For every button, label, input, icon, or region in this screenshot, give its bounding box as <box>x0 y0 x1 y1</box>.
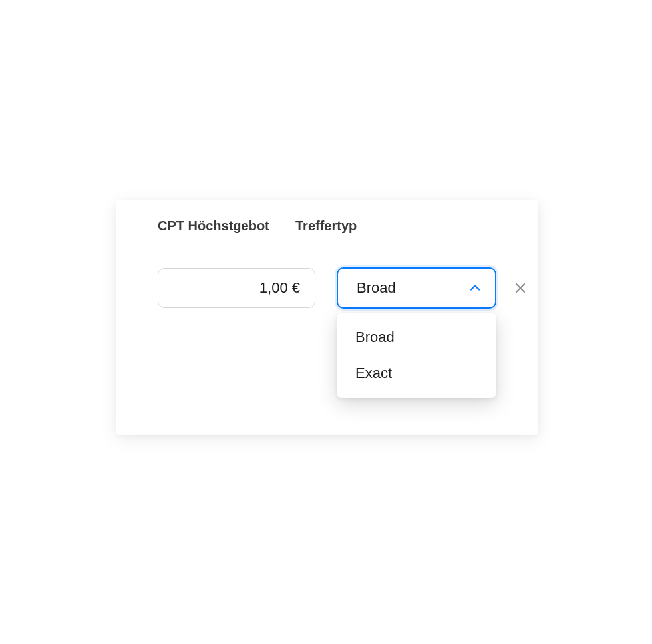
table-row: Broad Broad Exact <box>116 251 538 309</box>
remove-row-button[interactable] <box>511 279 530 297</box>
close-icon <box>514 281 527 295</box>
matchtype-dropdown: Broad Exact <box>337 313 496 398</box>
matchtype-selected-value: Broad <box>357 279 396 297</box>
bid-input[interactable] <box>158 268 315 308</box>
matchtype-option-exact[interactable]: Exact <box>337 355 496 391</box>
matchtype-select-trigger[interactable]: Broad <box>337 267 496 309</box>
settings-panel: CPT Höchstgebot Treffertyp Broad Broad E… <box>116 200 538 435</box>
matchtype-select: Broad Broad Exact <box>337 267 496 309</box>
table-header-row: CPT Höchstgebot Treffertyp <box>116 200 538 251</box>
chevron-up-icon <box>468 281 482 295</box>
matchtype-option-broad[interactable]: Broad <box>337 319 496 355</box>
column-header-matchtype: Treffertyp <box>295 218 357 234</box>
column-header-bid: CPT Höchstgebot <box>116 218 295 234</box>
